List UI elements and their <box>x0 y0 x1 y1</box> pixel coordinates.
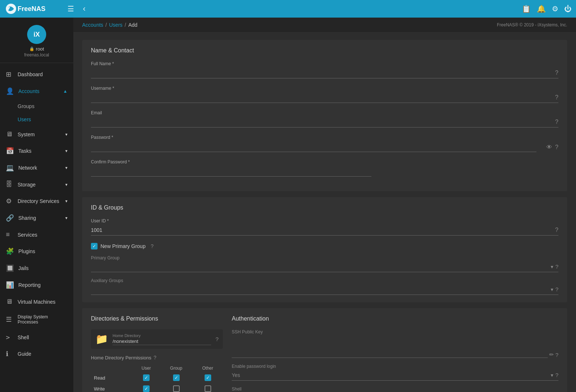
username-input[interactable] <box>91 92 558 103</box>
sidebar-item-groups[interactable]: Groups <box>0 100 73 113</box>
confirm-password-input[interactable] <box>91 166 371 177</box>
main-layout: iX 🔒 root freenas.local ⊞ Dashboard 👤 Ac… <box>0 18 576 392</box>
ssh-key-label: SSH Public Key <box>232 329 558 334</box>
sidebar-item-reporting[interactable]: 📊 Reporting <box>0 277 73 293</box>
primary-group-help-icon[interactable]: ? <box>555 263 558 270</box>
sidebar-item-display-system-processes[interactable]: ☰ Display System Processes <box>0 310 73 329</box>
sidebar-item-tasks[interactable]: 📅 Tasks ▾ <box>0 143 73 159</box>
new-primary-group-checkbox[interactable]: ✓ <box>91 243 98 249</box>
auxiliary-groups-select[interactable]: ▾ ? <box>91 284 558 295</box>
sidebar-profile: iX 🔒 root freenas.local <box>0 18 73 63</box>
user-id-help-icon[interactable]: ? <box>555 227 558 233</box>
sidebar-item-directory-services[interactable]: ⚙ Directory Services ▾ <box>0 193 73 210</box>
password-help-icon[interactable]: ? <box>555 144 558 151</box>
home-dir-box: 📁 Home Directory ? <box>91 329 223 349</box>
sidebar-item-shell[interactable]: > Shell <box>0 329 73 345</box>
ssh-key-textarea[interactable] <box>232 336 548 358</box>
auxiliary-groups-wrapper: Auxiliary Groups ▾ ? <box>91 278 558 295</box>
perms-read-user[interactable]: ✓ <box>143 374 150 381</box>
sidebar-item-virtual-machines[interactable]: 🖥 Virtual Machines <box>0 293 73 310</box>
directory-services-icon: ⚙ <box>6 197 13 205</box>
user-id-label: User ID * <box>91 218 558 223</box>
sidebar-item-network[interactable]: 💻 Network ▾ <box>0 159 73 176</box>
breadcrumb-accounts[interactable]: Accounts <box>82 22 103 28</box>
perms-table: User Group Other Read ✓ ✓ <box>91 364 223 392</box>
home-dir-label: Home Directory <box>113 333 211 338</box>
form-container: Name & Contact Full Name * ? Username * … <box>73 33 576 392</box>
perms-write-label: Write <box>91 383 133 392</box>
sidebar-item-jails[interactable]: 🔲 Jails <box>0 260 73 277</box>
sidebar-item-services[interactable]: ≡ Services <box>0 226 73 243</box>
primary-group-arrow-icon: ▾ <box>551 264 553 270</box>
topbar-right: 📋 🔔 ⚙ ⏻ <box>522 4 572 13</box>
sidebar-item-storage[interactable]: 🗄 Storage ▾ <box>0 176 73 193</box>
username-field: Username * ? <box>91 86 558 103</box>
primary-group-select[interactable]: ▾ ? <box>91 261 558 272</box>
breadcrumb-sep-2: / <box>125 22 126 28</box>
perms-col-user: User <box>133 364 160 372</box>
sidebar-item-system[interactable]: 🖥 System ▾ <box>0 126 73 143</box>
home-dir-perms-help-icon[interactable]: ? <box>154 355 157 360</box>
menu-button[interactable]: ☰ <box>65 3 77 15</box>
breadcrumb-users[interactable]: Users <box>109 22 122 28</box>
svg-point-1 <box>8 7 10 8</box>
vm-icon: 🖥 <box>6 298 13 306</box>
username-help-icon[interactable]: ? <box>555 94 558 101</box>
enable-password-login-arrow: ▾ <box>551 372 553 378</box>
topbar-nav-icons: ☰ ‹ <box>65 3 88 15</box>
full-name-input[interactable] <box>91 68 558 78</box>
auxiliary-groups-help-icon[interactable]: ? <box>555 286 558 292</box>
password-input[interactable] <box>91 141 536 152</box>
perms-col-group: Group <box>160 364 192 372</box>
storage-icon: 🗄 <box>6 181 13 188</box>
ssh-help-icon[interactable]: ? <box>555 352 558 358</box>
ssh-key-row: ✏ ? <box>232 336 558 358</box>
perms-write-user[interactable]: ✓ <box>143 385 150 392</box>
sidebar-item-sharing[interactable]: 🔗 Sharing ▾ <box>0 210 73 226</box>
username-label: Username * <box>91 86 558 91</box>
sidebar-item-guide[interactable]: ℹ Guide <box>0 345 73 362</box>
new-primary-group-help-icon[interactable]: ? <box>151 243 154 249</box>
power-icon[interactable]: ⏻ <box>564 5 572 13</box>
home-dir-inner: Home Directory <box>113 333 211 345</box>
sidebar-item-users[interactable]: Users <box>0 113 73 126</box>
sidebar: iX 🔒 root freenas.local ⊞ Dashboard 👤 Ac… <box>0 18 73 392</box>
enable-password-login-select[interactable]: Yes ▾ ? <box>232 370 558 381</box>
home-dir-help-icon[interactable]: ? <box>216 336 219 342</box>
perms-col-other: Other <box>192 364 223 372</box>
tasks-nav-icon: 📅 <box>6 147 14 155</box>
content-area: Accounts / Users / Add FreeNAS® © 2019 -… <box>73 18 576 392</box>
perms-write-group[interactable] <box>173 385 180 392</box>
notifications-icon[interactable]: 🔔 <box>537 4 546 13</box>
sidebar-item-dashboard[interactable]: ⊞ Dashboard <box>0 66 73 83</box>
network-arrow: ▾ <box>65 165 67 170</box>
guide-icon: ℹ <box>6 350 13 358</box>
checkmark: ✓ <box>92 244 96 249</box>
email-input[interactable] <box>91 117 558 127</box>
back-button[interactable]: ‹ <box>80 3 88 15</box>
password-visibility-icon[interactable]: 👁 <box>546 144 552 151</box>
perms-row-write: Write ✓ <box>91 383 223 392</box>
dashboard-icon: ⊞ <box>6 70 13 78</box>
full-name-field: Full Name * ? <box>91 61 558 78</box>
tasks-icon[interactable]: 📋 <box>522 4 531 13</box>
copyright: FreeNAS® © 2019 - iXsystems, Inc. <box>497 22 567 27</box>
home-dir-input[interactable] <box>113 338 211 345</box>
ssh-edit-icon[interactable]: ✏ <box>549 351 554 358</box>
enable-password-help-icon[interactable]: ? <box>555 372 558 378</box>
breadcrumb: Accounts / Users / Add <box>82 22 137 28</box>
email-field: Email ? <box>91 110 558 127</box>
sidebar-item-plugins[interactable]: 🧩 Plugins <box>0 243 73 260</box>
perms-write-other[interactable] <box>205 385 211 392</box>
perms-read-other[interactable]: ✓ <box>205 374 211 381</box>
settings-icon[interactable]: ⚙ <box>552 4 558 13</box>
perms-read-group[interactable]: ✓ <box>173 374 180 381</box>
sidebar-item-accounts[interactable]: 👤 Accounts ▲ <box>0 83 73 100</box>
directory-services-arrow: ▾ <box>65 199 67 204</box>
full-name-help-icon[interactable]: ? <box>555 70 558 76</box>
id-groups-section: ID & Groups User ID * ? ✓ New Primary Gr… <box>82 197 567 302</box>
new-primary-group-row: ✓ New Primary Group ? <box>91 243 558 249</box>
email-help-icon[interactable]: ? <box>555 119 558 125</box>
dirs-perms-col: Directories & Permissions 📁 Home Directo… <box>91 315 223 392</box>
user-id-input[interactable] <box>91 225 558 236</box>
